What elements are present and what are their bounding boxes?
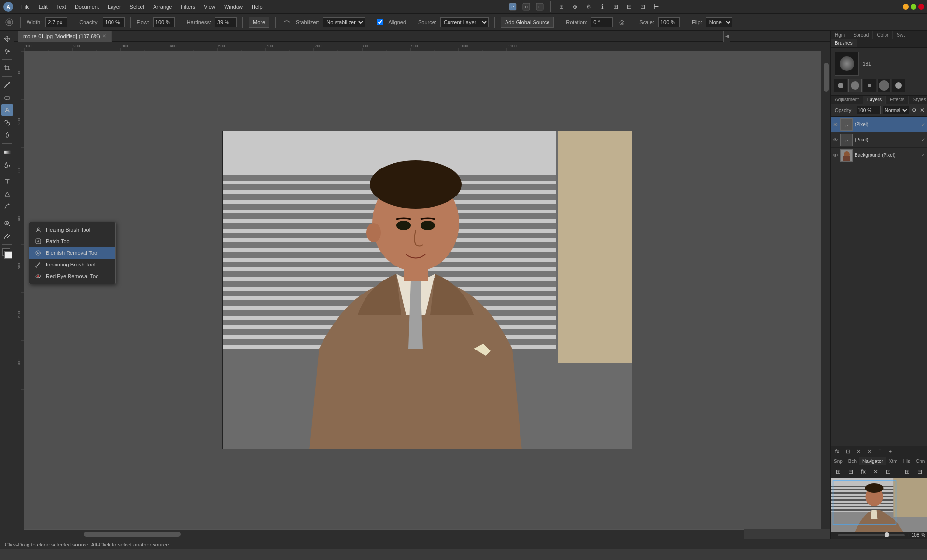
flow-input[interactable] bbox=[153, 17, 175, 27]
eyedropper-tool[interactable] bbox=[1, 230, 13, 242]
add-global-source-button[interactable]: Add Global Source bbox=[501, 17, 554, 28]
dodge-burn-tool[interactable] bbox=[1, 129, 13, 141]
hardness-input[interactable] bbox=[215, 17, 237, 27]
canvas-viewport[interactable] bbox=[24, 51, 830, 529]
persona-icon-1[interactable]: P bbox=[508, 2, 518, 12]
horizontal-scrollbar-thumb[interactable] bbox=[84, 532, 181, 537]
tab-close-icon[interactable]: ✕ bbox=[102, 33, 106, 39]
panel-tab-color[interactable]: Color bbox=[873, 31, 893, 39]
eraser-tool[interactable] bbox=[1, 92, 13, 103]
opacity-field[interactable] bbox=[857, 106, 881, 114]
panel-collapse-button[interactable]: ◀ bbox=[723, 31, 730, 42]
maximize-button[interactable] bbox=[911, 4, 916, 10]
horizontal-scrollbar[interactable] bbox=[24, 529, 744, 539]
menu-help[interactable]: Help bbox=[248, 3, 267, 11]
nav-icon-6[interactable]: ⊞ bbox=[902, 466, 913, 477]
aligned-checkbox[interactable] bbox=[377, 19, 383, 25]
view-icon[interactable]: ⊞ bbox=[557, 2, 566, 12]
brush-swatch-2[interactable] bbox=[848, 79, 862, 92]
brush-tool[interactable] bbox=[1, 79, 13, 91]
extra-icon-3[interactable]: ⊡ bbox=[638, 2, 647, 12]
brush-swatch-3[interactable] bbox=[863, 79, 876, 92]
panel-tab-brushes[interactable]: Brushes bbox=[831, 39, 857, 47]
layers-tab-layers[interactable]: Layers bbox=[863, 96, 886, 104]
healing-brush-tool-item[interactable]: Healing Brush Tool bbox=[29, 224, 115, 236]
opacity-input[interactable] bbox=[103, 17, 125, 27]
move-tool[interactable] bbox=[1, 33, 13, 44]
add-pixel-button[interactable]: ✕ bbox=[854, 447, 863, 456]
zoom-plus-icon[interactable]: + bbox=[907, 532, 910, 538]
nav-icon-3[interactable]: fx bbox=[858, 466, 869, 477]
info-icon[interactable]: ℹ bbox=[597, 2, 607, 12]
nav-tab-his[interactable]: His bbox=[900, 457, 913, 465]
zoom-icon[interactable]: ⊕ bbox=[570, 2, 580, 12]
crop-tool[interactable] bbox=[1, 62, 13, 74]
vertical-scrollbar[interactable] bbox=[821, 51, 830, 529]
layers-lock-icon[interactable]: ✕ bbox=[919, 105, 925, 115]
inpainting-brush-tool-item[interactable]: Inpainting Brush Tool bbox=[29, 259, 115, 270]
layers-tab-effects[interactable]: Effects bbox=[886, 96, 909, 104]
brush-preview-swatch[interactable] bbox=[835, 52, 859, 76]
menu-select[interactable]: Select bbox=[126, 3, 149, 11]
zoom-slider-thumb[interactable] bbox=[885, 532, 889, 537]
brush-preset-icon[interactable] bbox=[4, 17, 14, 28]
source-select[interactable]: Current Layer bbox=[440, 17, 489, 27]
menu-layer[interactable]: Layer bbox=[104, 3, 125, 11]
add-adjustment-button[interactable]: fx bbox=[833, 447, 842, 456]
layer-options-button[interactable]: ⋮ bbox=[875, 447, 884, 456]
nav-tab-snp[interactable]: Snp bbox=[831, 457, 845, 465]
extra-icon-1[interactable]: ⊞ bbox=[611, 2, 620, 12]
gradient-tool[interactable] bbox=[1, 146, 13, 158]
nav-icon-5[interactable]: ⊡ bbox=[883, 466, 894, 477]
nav-tab-xtm[interactable]: Xtm bbox=[886, 457, 900, 465]
text-tool[interactable] bbox=[1, 176, 13, 187]
menu-view[interactable]: View bbox=[200, 3, 219, 11]
delete-layer-button[interactable]: ✕ bbox=[865, 447, 873, 456]
width-input[interactable] bbox=[45, 17, 67, 27]
close-button[interactable] bbox=[918, 4, 924, 10]
nav-tab-bch[interactable]: Bch bbox=[845, 457, 859, 465]
red-eye-removal-tool-item[interactable]: Red Eye Removal Tool bbox=[29, 270, 115, 282]
extra-icon-4[interactable]: ⊢ bbox=[651, 2, 661, 12]
panel-tab-hgm[interactable]: Hgm bbox=[831, 31, 849, 39]
more-button[interactable]: More bbox=[249, 17, 269, 28]
menu-file[interactable]: File bbox=[17, 3, 34, 11]
new-layer-button[interactable]: + bbox=[886, 447, 895, 456]
brush-swatch-1[interactable] bbox=[834, 79, 847, 92]
shape-tool[interactable] bbox=[1, 188, 13, 200]
layers-settings-icon[interactable]: ⚙ bbox=[911, 105, 917, 115]
blemish-removal-tool-item[interactable]: Blemish Removal Tool bbox=[29, 247, 115, 259]
menu-text[interactable]: Text bbox=[53, 3, 70, 11]
stabilizer-select[interactable]: No stabilizer bbox=[323, 17, 365, 27]
menu-filters[interactable]: Filters bbox=[177, 3, 199, 11]
layer-item-0[interactable]: 👁 P (Pixel) ✓ bbox=[831, 117, 927, 132]
panel-tab-spread[interactable]: Spread bbox=[849, 31, 873, 39]
pen-tool[interactable] bbox=[1, 201, 13, 212]
clone-tool[interactable] bbox=[1, 117, 13, 128]
zoom-slider[interactable] bbox=[838, 534, 905, 536]
layer-visibility-0[interactable]: 👁 bbox=[833, 122, 838, 127]
persona-icon-3[interactable]: E bbox=[535, 2, 545, 12]
zoom-tool[interactable] bbox=[1, 218, 13, 229]
menu-document[interactable]: Document bbox=[71, 3, 103, 11]
nav-tab-chn[interactable]: Chn bbox=[913, 457, 927, 465]
persona-icon-2[interactable]: D bbox=[521, 2, 531, 12]
layer-item-2[interactable]: 👁 Background (Pixel) ✓ bbox=[831, 148, 927, 163]
layers-tab-styles[interactable]: Styles bbox=[909, 96, 927, 104]
minimize-button[interactable] bbox=[903, 4, 909, 10]
brush-swatch-4[interactable] bbox=[877, 79, 891, 92]
rotation-input[interactable] bbox=[591, 17, 613, 27]
selection-tool[interactable] bbox=[1, 45, 13, 57]
menu-window[interactable]: Window bbox=[220, 3, 247, 11]
navigator-preview[interactable] bbox=[831, 478, 927, 532]
document-tab[interactable]: moire-01.jpg [Modified] (107.6%) ✕ bbox=[18, 31, 112, 42]
scale-input[interactable] bbox=[658, 17, 680, 27]
blend-mode-select[interactable]: Normal bbox=[883, 106, 909, 114]
vertical-scrollbar-thumb[interactable] bbox=[824, 63, 829, 92]
patch-tool-item[interactable]: Patch Tool bbox=[29, 236, 115, 247]
brush-swatch-5[interactable] bbox=[892, 79, 905, 92]
nav-tab-navigator[interactable]: Navigator bbox=[859, 457, 886, 465]
menu-arrange[interactable]: Arrange bbox=[149, 3, 176, 11]
extra-icon-2[interactable]: ⊟ bbox=[624, 2, 634, 12]
menu-edit[interactable]: Edit bbox=[35, 3, 52, 11]
